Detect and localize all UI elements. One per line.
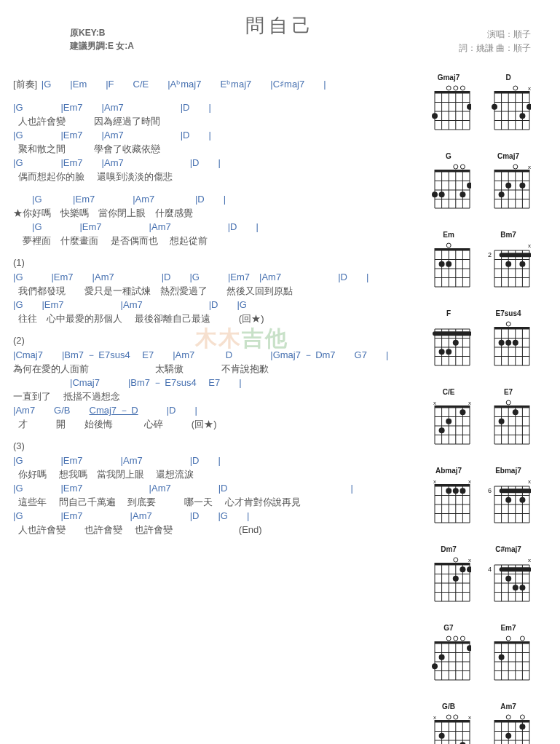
svg-point-32 [492, 104, 497, 110]
chord-diagram: F [426, 309, 471, 373]
lyric-line: |G |Em7 |Am7 |D |G | 人也許會變 也許會變 也許會變 (En… [13, 510, 413, 537]
svg-point-209 [454, 558, 458, 562]
svg-rect-11 [435, 91, 470, 93]
chord-grid [486, 633, 531, 688]
lyric-line: |G |Em7 |Am7 |D |G |Em7 |Am7 |D | 我們都發現 … [13, 271, 413, 298]
chord-row: |G |Em7 |Am7 |D |G | [13, 510, 413, 523]
svg-text:x: x [528, 85, 531, 92]
chord-name: C#maj7 [495, 545, 521, 553]
svg-point-195 [519, 497, 525, 503]
svg-point-178 [453, 488, 459, 494]
chord-diagram: G/Bxx [426, 703, 471, 744]
svg-rect-111 [433, 331, 471, 336]
svg-point-179 [460, 488, 465, 494]
svg-point-33 [519, 113, 525, 119]
chord-grid [486, 397, 531, 452]
svg-point-66 [505, 183, 511, 189]
suggested-key: 建議男調:E 女:A [70, 39, 134, 52]
chord-diagram: G7 [426, 624, 471, 688]
lyric-row: 夢裡面 什麼畫面 是否偶而也 想起從前 [13, 234, 413, 248]
lyric-line: |Cmaj7 |Bm7 － E7sus4 E7 |一直到了 抵擋不過想念 [13, 376, 413, 404]
chord-grid: x [426, 555, 471, 609]
chord-name: E7 [504, 388, 513, 396]
svg-point-83 [446, 261, 451, 267]
chord-diagram: Dx [486, 74, 531, 138]
chord-name: Cmaj7 [497, 152, 519, 160]
svg-point-113 [439, 349, 445, 355]
chord-row: |G |Em7 |Am7 |D | [13, 157, 413, 170]
svg-point-242 [460, 636, 465, 641]
svg-rect-207 [435, 563, 470, 565]
svg-point-279 [439, 733, 445, 739]
chord-diagrams: Gmaj7DxGCmaj7xEmBm72xFE7sus4C/ExxE7Abmaj… [426, 74, 547, 744]
svg-point-295 [519, 724, 525, 729]
chord-name: Gmaj7 [438, 74, 460, 82]
chord-grid: 2x [486, 240, 531, 295]
chord-grid [426, 319, 471, 373]
intro-chords: |G |Em |F C/E |Aᵇmaj7 Eᵇmaj7 |C♯maj7 | [42, 79, 326, 90]
chord-name: D [505, 74, 510, 82]
svg-rect-45 [435, 170, 470, 172]
svg-point-210 [467, 566, 471, 572]
svg-rect-63 [494, 170, 530, 172]
lyric-row: 人也許會變 也許會變 也許會變 (End) [13, 523, 413, 537]
chord-name: Abmaj7 [435, 467, 462, 475]
lyric-line: |G |Em7 |Am7 |D |G 往往 心中最愛的那個人 最後卻離自己最遠 … [13, 298, 413, 326]
svg-point-229 [519, 585, 525, 590]
section-2: |Cmaj7 |Bm7 － E7sus4 E7 |Am7 D |Gmaj7 － … [13, 349, 413, 432]
lyric-row: 才 開 始後悔 心碎 (回★) [13, 418, 413, 431]
chord-diagram: Bm72x [486, 231, 531, 295]
lyric-sheet: [前奏] |G |Em |F C/E |Aᵇmaj7 Eᵇmaj7 |C♯maj… [13, 74, 416, 744]
svg-point-146 [446, 419, 451, 424]
svg-text:x: x [468, 400, 471, 406]
svg-point-65 [513, 165, 518, 169]
original-key: 原KEY:B [70, 26, 134, 39]
chord-diagram: C#maj74x [486, 545, 531, 609]
chord-name: Bm7 [500, 231, 516, 239]
svg-point-296 [505, 733, 511, 739]
svg-point-260 [520, 636, 524, 641]
svg-point-47 [454, 165, 458, 169]
chord-grid [486, 319, 531, 373]
svg-point-162 [499, 419, 505, 424]
chord-diagram: E7 [486, 388, 531, 452]
svg-point-82 [439, 261, 445, 267]
verse-1: |G |Em7 |Am7 |D | 人也許會變 因為經過了時間|G |Em7 |… [13, 101, 413, 184]
chord-name: G7 [443, 624, 453, 632]
section-3: |G |Em7 |Am7 |D | 你好嗎 想我嗎 當我閉上眼 還想流淚|G |… [13, 454, 413, 537]
lyric-row: 聚和散之間 學會了收藏依戀 [13, 143, 413, 156]
svg-point-127 [506, 322, 510, 326]
lyric-row: 偶而想起你的臉 還嗅到淡淡的傷悲 [13, 170, 413, 183]
chord-row: |Cmaj7 |Bm7 － E7sus4 E7 | [13, 376, 413, 390]
lyric-line: |G |Em7 |Am7 |D | 人也許會變 因為經過了時間 [13, 101, 413, 129]
chord-name: F [446, 309, 451, 317]
chord-diagram: G [426, 152, 471, 216]
lyric-line: |Am7 G/B Cmaj7 － D |D | 才 開 始後悔 心碎 (回★) [13, 404, 413, 432]
svg-point-99 [519, 261, 525, 267]
svg-point-245 [467, 645, 471, 651]
chord-name: C/E [443, 388, 455, 396]
chord-name: G/B [442, 703, 455, 711]
svg-rect-142 [435, 405, 470, 408]
chord-row: |G |Em7 |Am7 |D | [13, 129, 413, 143]
svg-point-160 [506, 400, 510, 405]
chord-grid: 4x [486, 555, 531, 609]
svg-text:x: x [468, 557, 471, 563]
svg-text:4: 4 [488, 566, 492, 573]
chord-row: |G |Em7 |Am7 |D | [13, 193, 413, 207]
lyric-line: |G |Em7 |Am7 |D | 你好嗎 想我嗎 當我閉上眼 還想流淚 [13, 454, 413, 482]
svg-point-147 [439, 427, 445, 433]
chord-diagram: C/Exx [426, 388, 471, 452]
chord-name: Ebmaj7 [495, 467, 521, 475]
svg-rect-126 [494, 327, 530, 329]
chord-row: |G |Em7 |Am7 |D | [13, 221, 413, 234]
svg-point-67 [499, 191, 505, 197]
chord-row: |G |Em7 |Am7 |D |G [13, 298, 413, 312]
svg-point-128 [499, 340, 505, 346]
chord-diagram: Em7 [486, 624, 531, 688]
svg-point-50 [460, 191, 465, 197]
chord-grid [426, 633, 471, 688]
lyric-line: |G |Em7 |Am7 |D | 夢裡面 什麼畫面 是否偶而也 想起從前 [13, 221, 413, 248]
svg-point-228 [513, 585, 518, 590]
svg-text:6: 6 [488, 487, 492, 494]
